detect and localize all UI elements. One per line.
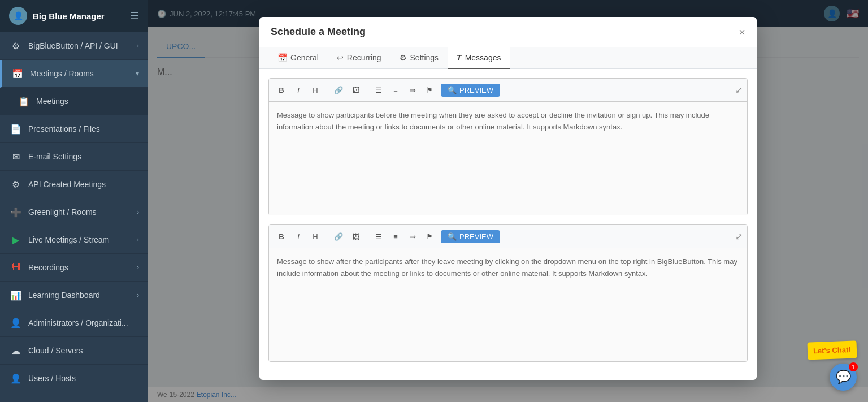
messages-tab-icon: T	[457, 53, 462, 62]
sidebar-item-email-settings[interactable]: ✉ E-mail Settings	[0, 143, 148, 171]
api-icon: ⚙	[9, 178, 23, 191]
editor1-link-btn[interactable]: 🔗	[331, 82, 346, 98]
editor2-link-btn[interactable]: 🔗	[331, 228, 346, 244]
tab-recurring[interactable]: ↩ Recurring	[328, 47, 390, 69]
tab-settings[interactable]: ⚙ Settings	[390, 47, 448, 69]
sidebar-label-cloud: Cloud / Servers	[28, 346, 139, 355]
sidebar-item-recordings[interactable]: 🎞 Recordings ›	[0, 254, 148, 282]
sidebar-item-greenlight[interactable]: ➕ Greenlight / Rooms ›	[0, 198, 148, 226]
editor1-expand-btn[interactable]: ⤢	[735, 85, 743, 96]
hamburger-icon[interactable]: ☰	[130, 10, 139, 22]
general-tab-icon: 📅	[277, 53, 287, 62]
editor1-preview-btn[interactable]: 🔍 PREVIEW	[441, 84, 500, 97]
schedule-meeting-modal: Schedule a Meeting × 📅 General ↩ Recurri…	[259, 17, 757, 380]
tab-general[interactable]: 📅 General	[268, 47, 328, 69]
users-icon: 👤	[9, 371, 23, 385]
sidebar-item-presentations[interactable]: 📄 Presentations / Files	[0, 115, 148, 143]
editor2-expand-btn[interactable]: ⤢	[735, 231, 743, 242]
editor2-heading-btn[interactable]: H	[307, 228, 323, 244]
sidebar-label-email: E-mail Settings	[28, 152, 139, 161]
editor1-image-btn[interactable]: 🖼	[348, 82, 363, 98]
editor2-image-btn[interactable]: 🖼	[348, 228, 363, 244]
sidebar-label-live: Live Meetings / Stream	[28, 235, 137, 244]
chat-badge: 1	[849, 362, 858, 371]
editor1-italic-btn[interactable]: I	[290, 82, 306, 98]
editor1-heading-btn[interactable]: H	[307, 82, 323, 98]
editor1-preview-label: PREVIEW	[459, 86, 493, 94]
sidebar-item-administrators[interactable]: 👤 Administrators / Organizati...	[0, 309, 148, 337]
editor1-indent-btn[interactable]: ⇒	[405, 82, 420, 98]
editor1-content[interactable]: Message to show participants before the …	[269, 102, 747, 215]
editor1-flag-btn[interactable]: ⚑	[422, 82, 437, 98]
tab-messages[interactable]: T Messages	[448, 47, 510, 69]
settings-tab-label: Settings	[410, 53, 439, 62]
admin-icon: 👤	[9, 316, 23, 330]
arrow-icon: ›	[137, 236, 139, 244]
learning-icon: 📊	[9, 288, 23, 302]
editor2-content[interactable]: Message to show after the participants a…	[269, 248, 747, 361]
recurring-tab-label: Recurring	[347, 53, 381, 62]
editor1-box: B I H 🔗 🖼 ☰ ≡ ⇒ ⚑ 🔍 PREVIEW	[268, 78, 748, 215]
sidebar-item-live-meetings[interactable]: ▶ Live Meetings / Stream ›	[0, 226, 148, 254]
presentations-icon: 📄	[9, 122, 23, 136]
cloud-icon: ☁	[9, 344, 23, 357]
sidebar-item-cloud-servers[interactable]: ☁ Cloud / Servers	[0, 337, 148, 365]
editor2-placeholder: Message to show after the participants a…	[277, 257, 737, 278]
app-icon: 👤	[9, 7, 27, 25]
sidebar-label-presentations: Presentations / Files	[28, 124, 139, 133]
sidebar-label-api: API Created Meetings	[28, 180, 139, 189]
main-content: 🕐 JUN 2, 2022, 12:17:45 PM 👤 🇺🇸 UPCO... …	[148, 0, 868, 402]
arrow-icon: ›	[137, 263, 139, 271]
recordings-icon: 🎞	[9, 261, 23, 274]
sidebar-item-api-meetings[interactable]: ⚙ API Created Meetings	[0, 171, 148, 198]
sidebar-label-learning: Learning Dashboard	[28, 291, 137, 300]
arrow-icon: ›	[137, 208, 139, 216]
editor2-flag-btn[interactable]: ⚑	[422, 228, 437, 244]
sidebar-label-recordings: Recordings	[28, 263, 137, 272]
modal-close-button[interactable]: ×	[739, 27, 745, 38]
arrow-icon: ▾	[136, 70, 139, 77]
divider1	[327, 84, 327, 96]
chat-widget: Let's Chat! 💬 1	[808, 342, 857, 391]
editor2-toolbar: B I H 🔗 🖼 ☰ ≡ ⇒ ⚑ 🔍 PREVIEW	[269, 225, 747, 248]
arrow-icon: ›	[137, 291, 139, 299]
editor2-preview-btn[interactable]: 🔍 PREVIEW	[441, 230, 500, 243]
sidebar-item-users-hosts[interactable]: 👤 Users / Hosts	[0, 365, 148, 392]
sidebar-item-meetings-rooms[interactable]: 📅 Meetings / Rooms ▾	[0, 60, 148, 88]
email-icon: ✉	[9, 150, 23, 163]
modal-tabs: 📅 General ↩ Recurring ⚙ Settings T Messa…	[259, 47, 757, 69]
sidebar-label-users: Users / Hosts	[28, 374, 139, 383]
recurring-tab-icon: ↩	[337, 53, 344, 62]
chat-bubble-button[interactable]: 💬 1	[830, 364, 857, 391]
messages-tab-label: Messages	[465, 53, 501, 62]
editor1-bold-btn[interactable]: B	[274, 82, 289, 98]
search-icon: 🔍	[448, 86, 457, 94]
settings-tab-icon: ⚙	[400, 53, 407, 62]
editor2-ol-btn[interactable]: ≡	[388, 228, 403, 244]
editor2-ul-btn[interactable]: ☰	[371, 228, 387, 244]
sidebar-item-meetings[interactable]: 📋 Meetings	[0, 88, 148, 115]
editor2-indent-btn[interactable]: ⇒	[405, 228, 420, 244]
editor2-italic-btn[interactable]: I	[290, 228, 306, 244]
editor1-placeholder: Message to show participants before the …	[277, 111, 709, 131]
general-tab-label: General	[290, 53, 319, 62]
editor2-bold-btn[interactable]: B	[274, 228, 289, 244]
bigbluebutton-icon: ⚙	[9, 39, 23, 53]
editor1-ul-btn[interactable]: ☰	[371, 82, 387, 98]
sidebar-item-bigbluebutton[interactable]: ⚙ BigBlueButton / API / GUI ›	[0, 32, 148, 60]
editor1-ol-btn[interactable]: ≡	[388, 82, 403, 98]
search-icon2: 🔍	[448, 232, 457, 241]
sidebar-label-meetings-rooms: Meetings / Rooms	[30, 69, 136, 78]
arrow-icon: ›	[137, 42, 139, 50]
live-icon: ▶	[9, 233, 23, 247]
sidebar-label-greenlight: Greenlight / Rooms	[28, 208, 137, 217]
greenlight-icon: ➕	[9, 205, 23, 219]
editor1-toolbar: B I H 🔗 🖼 ☰ ≡ ⇒ ⚑ 🔍 PREVIEW	[269, 79, 747, 102]
sidebar-item-learning-dashboard[interactable]: 📊 Learning Dashboard ›	[0, 282, 148, 309]
sidebar-label-meetings: Meetings	[36, 97, 139, 106]
meetings-rooms-icon: 📅	[11, 67, 24, 80]
modal-overlay: Schedule a Meeting × 📅 General ↩ Recurri…	[148, 0, 868, 402]
sidebar-header: 👤 Big Blue Manager ☰	[0, 0, 148, 32]
divider4	[367, 231, 367, 242]
sidebar: 👤 Big Blue Manager ☰ ⚙ BigBlueButton / A…	[0, 0, 148, 402]
